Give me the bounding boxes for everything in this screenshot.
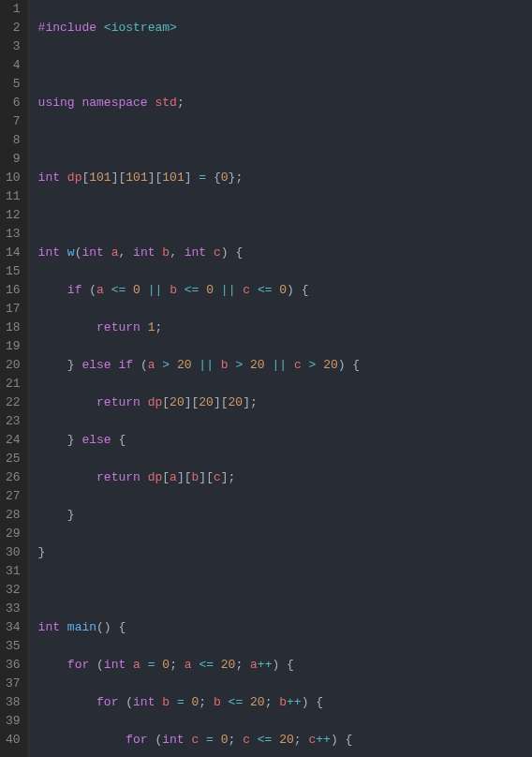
number: 101 xyxy=(89,171,111,185)
punct: ; xyxy=(177,96,185,110)
code-line[interactable]: } else if (a > 20 || b > 20 || c > 20) { xyxy=(38,356,532,375)
keyword: namespace xyxy=(81,96,147,110)
line-number: 19 xyxy=(6,337,21,356)
line-number: 20 xyxy=(6,356,21,375)
line-number: 24 xyxy=(6,431,21,450)
line-number: 16 xyxy=(6,281,21,300)
line-number: 5 xyxy=(6,75,21,94)
directive: #include xyxy=(38,21,96,35)
line-number: 40 xyxy=(6,731,21,750)
line-number: 8 xyxy=(6,131,21,150)
identifier: std xyxy=(155,96,176,110)
code-line[interactable]: } xyxy=(38,543,532,562)
line-number: 4 xyxy=(6,56,21,75)
line-number: 7 xyxy=(6,112,21,131)
line-number: 11 xyxy=(6,187,21,206)
line-number: 21 xyxy=(6,375,21,393)
line-number: 18 xyxy=(6,319,21,337)
line-number: 12 xyxy=(6,206,21,225)
line-number: 35 xyxy=(6,637,21,656)
line-number-gutter: 1 2 3 4 5 6 7 8 9 10 11 12 13 14 15 16 1… xyxy=(0,0,29,757)
line-number: 30 xyxy=(6,543,21,562)
code-line[interactable]: return dp[a][b][c]; xyxy=(38,468,532,487)
line-number: 15 xyxy=(6,262,21,281)
include-target: <iostream> xyxy=(104,21,177,35)
line-number: 36 xyxy=(6,656,21,675)
line-number: 17 xyxy=(6,300,21,319)
line-number: 25 xyxy=(6,450,21,468)
line-number: 39 xyxy=(6,712,21,731)
line-number: 26 xyxy=(6,468,21,487)
line-number: 28 xyxy=(6,506,21,525)
line-number: 34 xyxy=(6,618,21,637)
code-line[interactable]: using namespace std; xyxy=(38,94,532,112)
line-number: 37 xyxy=(6,675,21,693)
line-number: 31 xyxy=(6,562,21,581)
code-line[interactable]: int main() { xyxy=(38,618,532,637)
line-number: 33 xyxy=(6,600,21,618)
line-number: 23 xyxy=(6,412,21,431)
line-number: 27 xyxy=(6,487,21,506)
line-number: 32 xyxy=(6,581,21,600)
line-number: 22 xyxy=(6,393,21,412)
code-line[interactable] xyxy=(38,56,532,75)
line-number: 14 xyxy=(6,244,21,262)
identifier: dp xyxy=(67,171,82,185)
line-number: 9 xyxy=(6,150,21,169)
code-line[interactable]: } else { xyxy=(38,431,532,450)
code-line[interactable]: } xyxy=(38,506,532,525)
code-line[interactable]: return 1; xyxy=(38,319,532,337)
line-number: 29 xyxy=(6,525,21,543)
keyword: using xyxy=(38,96,75,110)
function-name: w xyxy=(67,245,75,260)
line-number: 1 xyxy=(6,0,21,19)
code-line[interactable] xyxy=(38,206,532,225)
code-line[interactable]: for (int c = 0; c <= 20; c++) { xyxy=(38,731,532,750)
function-name: main xyxy=(67,620,96,634)
code-line[interactable]: for (int b = 0; b <= 20; b++) { xyxy=(38,693,532,712)
code-line[interactable]: int dp[101][101][101] = {0}; xyxy=(38,169,532,187)
code-line[interactable]: #include <iostream> xyxy=(38,19,532,37)
line-number: 6 xyxy=(6,94,21,112)
code-line[interactable]: return dp[20][20][20]; xyxy=(38,393,532,412)
code-line[interactable] xyxy=(38,581,532,600)
type: int xyxy=(38,171,60,185)
code-line[interactable]: int w(int a, int b, int c) { xyxy=(38,244,532,262)
line-number: 10 xyxy=(6,169,21,187)
code-editor[interactable]: #include <iostream> using namespace std;… xyxy=(29,0,532,757)
line-number: 2 xyxy=(6,19,21,37)
line-number: 3 xyxy=(6,37,21,56)
line-number: 13 xyxy=(6,225,21,244)
code-line[interactable] xyxy=(38,131,532,150)
line-number: 38 xyxy=(6,693,21,712)
code-line[interactable]: if (a <= 0 || b <= 0 || c <= 0) { xyxy=(38,281,532,300)
code-line[interactable]: for (int a = 0; a <= 20; a++) { xyxy=(38,656,532,675)
